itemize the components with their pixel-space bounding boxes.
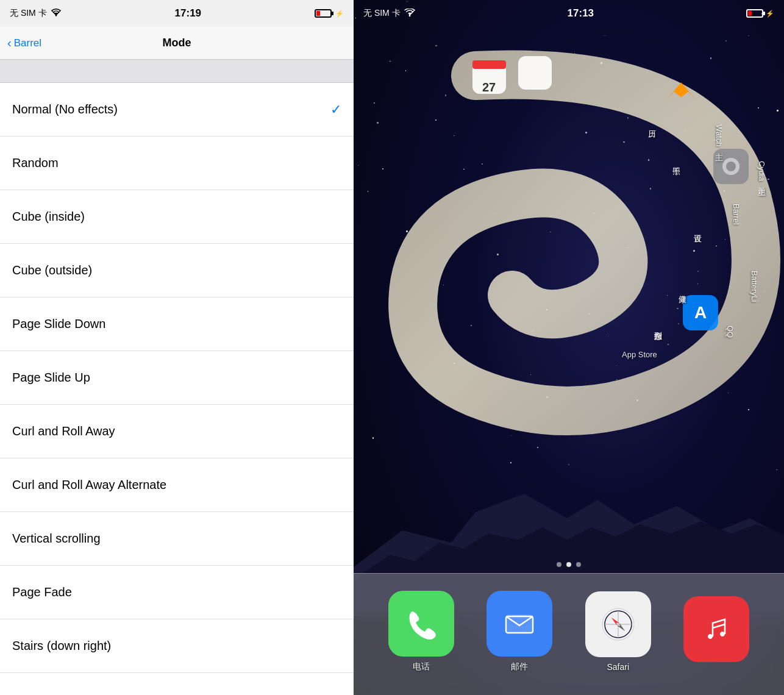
spiral-apps: 27 A <box>354 27 784 527</box>
left-battery-icon <box>315 9 332 18</box>
right-time: 17:13 <box>568 7 594 20</box>
svg-point-10 <box>726 162 736 171</box>
list-item-page-fade[interactable]: Page Fade <box>0 566 354 619</box>
list-item-label-stairs-down-right: Stairs (down right) <box>12 639 111 653</box>
left-nav-bar: ‹ Barrel Mode <box>0 27 354 60</box>
svg-rect-6 <box>518 56 552 90</box>
list-item-page-slide-up[interactable]: Page Slide Up <box>0 351 354 405</box>
list-item-label-vertical-scrolling: Vertical scrolling <box>12 532 101 546</box>
left-panel: 无 SIM 卡 17:19 ⚡ ‹ Barrel Mode <box>0 0 354 695</box>
svg-rect-4 <box>472 60 506 69</box>
list-item-label-cube-inside: Cube (inside) <box>12 210 85 224</box>
right-bolt-icon: ⚡ <box>766 10 774 18</box>
right-carrier-wifi: 无 SIM 卡 <box>363 8 415 19</box>
page-dot-1 <box>557 562 561 567</box>
list-item-label-page-fade: Page Fade <box>12 585 72 599</box>
nav-back-label: Barrel <box>14 37 41 49</box>
dock: 电话 邮件 <box>354 573 784 695</box>
svg-line-26 <box>713 624 725 628</box>
phone-label: 电话 <box>413 661 430 672</box>
dock-item-phone[interactable]: 电话 <box>388 591 454 672</box>
mail-label: 邮件 <box>511 661 528 672</box>
list-item-cube-outside[interactable]: Cube (outside) <box>0 244 354 298</box>
nav-chevron-icon: ‹ <box>7 37 12 49</box>
mode-list: Normal (No effects)✓RandomCube (inside)C… <box>0 83 354 695</box>
right-panel: 27 A 日历 千照 设置 健康 报刊杂志 App Store Barrel C… <box>354 0 784 695</box>
right-battery: ⚡ <box>746 9 774 18</box>
list-item-label-curl-roll-away: Curl and Roll Away <box>12 424 115 438</box>
safari-label: Safari <box>607 662 629 672</box>
nav-back-button[interactable]: ‹ Barrel <box>7 37 41 49</box>
dock-item-music[interactable] <box>683 596 749 667</box>
page-dots <box>354 556 784 573</box>
list-item-label-page-slide-down: Page Slide Down <box>12 317 105 331</box>
list-item-cube-inside[interactable]: Cube (inside) <box>0 190 354 244</box>
phone-icon <box>388 591 454 657</box>
left-carrier: 无 SIM 卡 <box>10 8 47 19</box>
list-item-label-random: Random <box>12 156 59 170</box>
svg-text:A: A <box>694 303 707 322</box>
dock-item-safari[interactable]: Safari <box>585 591 651 672</box>
page-dot-3 <box>576 562 581 567</box>
list-item-label-curl-roll-away-alt: Curl and Roll Away Alternate <box>12 478 166 492</box>
list-item-curl-roll-away[interactable]: Curl and Roll Away <box>0 405 354 458</box>
right-wifi-icon <box>404 9 415 19</box>
right-battery-fill <box>748 11 752 16</box>
svg-point-17 <box>408 15 410 16</box>
list-item-label-cube-outside: Cube (outside) <box>12 263 92 277</box>
right-carrier: 无 SIM 卡 <box>363 8 401 19</box>
dock-item-mail[interactable]: 邮件 <box>486 591 552 672</box>
list-item-label-page-slide-up: Page Slide Up <box>12 371 90 385</box>
left-wifi-icon <box>51 9 62 19</box>
right-status-bar: 无 SIM 卡 17:13 ⚡ <box>354 0 784 27</box>
svg-text:27: 27 <box>482 80 496 94</box>
left-status-bar: 无 SIM 卡 17:19 ⚡ <box>0 0 354 27</box>
left-time: 17:19 <box>175 7 201 20</box>
section-header <box>0 60 354 83</box>
list-item-random[interactable]: Random <box>0 137 354 190</box>
list-item-page-slide-down[interactable]: Page Slide Down <box>0 298 354 351</box>
left-bolt-icon: ⚡ <box>335 10 344 18</box>
left-carrier-wifi: 无 SIM 卡 <box>10 8 62 19</box>
list-item-vertical-scrolling[interactable]: Vertical scrolling <box>0 512 354 566</box>
svg-rect-18 <box>506 615 533 633</box>
left-battery-fill <box>316 11 320 16</box>
list-item-curl-roll-away-alt[interactable]: Curl and Roll Away Alternate <box>0 458 354 512</box>
safari-icon <box>585 591 651 657</box>
right-battery-icon <box>746 9 763 18</box>
list-item-label-normal: Normal (No effects) <box>12 102 118 116</box>
nav-title: Mode <box>163 37 191 49</box>
left-battery: ⚡ <box>315 9 344 18</box>
page-dot-2 <box>566 562 571 567</box>
music-icon <box>683 596 749 662</box>
list-item-normal[interactable]: Normal (No effects)✓ <box>0 83 354 137</box>
checkmark-normal: ✓ <box>330 102 341 118</box>
list-item-stairs-down-right[interactable]: Stairs (down right) <box>0 619 354 673</box>
mail-icon <box>486 591 552 657</box>
svg-point-0 <box>55 15 57 16</box>
